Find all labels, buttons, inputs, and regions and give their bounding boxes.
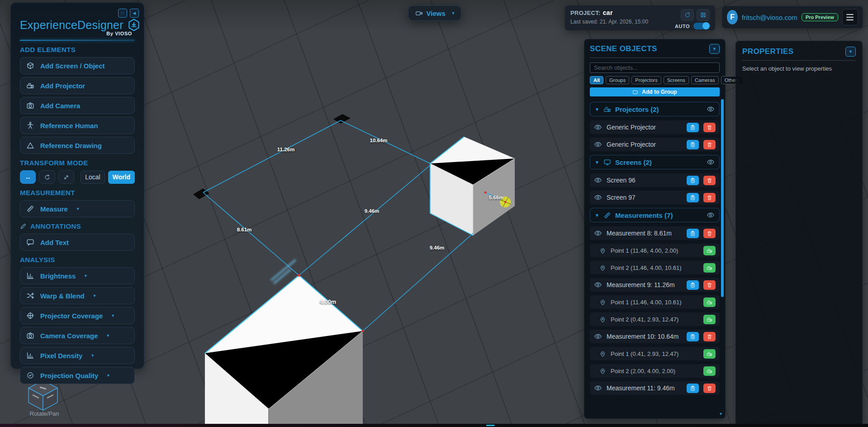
tree-row-measurement[interactable]: Measurement 10: 10.64m (590, 330, 720, 343)
collapse-panel-button[interactable]: ▼ (709, 44, 720, 54)
collapse-panel-button[interactable]: ▼ (845, 47, 856, 57)
add-to-group-button[interactable]: Add to Group (590, 87, 720, 96)
clipboard-button[interactable] (687, 332, 699, 341)
pixel-density-button[interactable]: Pixel Density ▾ (20, 347, 135, 364)
project-point-button[interactable] (703, 366, 716, 376)
add-projector-button[interactable]: Add Projector (20, 77, 135, 94)
tree-row-measurement[interactable]: Measurement 11: 9.46m (590, 381, 720, 395)
add-camera-button[interactable]: Add Camera (20, 97, 135, 114)
projector-icon (707, 299, 712, 305)
tree-row-point[interactable]: Point 2 (2.00, 4.00, 2.00) (590, 364, 720, 378)
brightness-button[interactable]: Brightness ▾ (20, 267, 135, 284)
visibility-eye-icon[interactable] (707, 105, 715, 113)
warp-blend-button[interactable]: Warp & Blend ▾ (20, 287, 135, 304)
visibility-eye-icon[interactable] (594, 123, 602, 131)
local-space-button[interactable]: Local (81, 171, 104, 184)
visibility-eye-icon[interactable] (594, 384, 602, 392)
world-space-button[interactable]: World (108, 171, 135, 184)
tree-scrollbar[interactable] (721, 99, 724, 297)
visibility-eye-icon[interactable] (707, 211, 715, 219)
tree-row-screen[interactable]: Screen 96 (590, 173, 720, 187)
rotate-mode-button[interactable] (39, 170, 55, 184)
tree-row-point[interactable]: Point 1 (11.46, 4.00, 2.00) (590, 244, 720, 257)
tree-row-point[interactable]: Point 1 (0.41, 2.93, 12.47) (590, 347, 720, 360)
save-project-button[interactable] (697, 9, 710, 21)
clipboard-button[interactable] (687, 176, 699, 185)
delete-button[interactable] (703, 384, 716, 393)
rotate-pan-gizmo[interactable] (28, 380, 57, 410)
translate-mode-button[interactable]: ↔ (20, 170, 36, 184)
scale-mode-button[interactable] (58, 170, 74, 184)
delete-button[interactable] (703, 280, 716, 290)
chevron-down-icon[interactable]: ▼ (595, 107, 599, 112)
reference-human-button[interactable]: Reference Human (20, 117, 135, 134)
autosave-toggle[interactable] (693, 23, 710, 29)
trash-icon (707, 385, 712, 391)
clipboard-icon (690, 178, 696, 183)
tree-row-measurement[interactable]: Measurement 8: 8.61m (590, 226, 720, 240)
measure-button[interactable]: Measure ▾ (20, 200, 135, 217)
filter-projectors[interactable]: Projectors (631, 76, 661, 84)
tree-row-point[interactable]: Point 2 (11.46, 4.00, 10.61) (590, 261, 720, 274)
scroll-down-indicator[interactable]: ▾ (720, 411, 722, 416)
hamburger-menu-button[interactable] (842, 9, 858, 25)
visibility-eye-icon[interactable] (594, 281, 602, 289)
visibility-eye-icon[interactable] (594, 176, 602, 184)
point-pin-icon (599, 247, 606, 254)
reference-drawing-button[interactable]: Reference Drawing (20, 137, 135, 154)
chevron-down-icon[interactable]: ▼ (595, 160, 599, 165)
delete-button[interactable] (703, 229, 716, 238)
add-text-button[interactable]: Add Text (20, 234, 135, 251)
clipboard-button[interactable] (687, 229, 699, 238)
screen-object-bottom[interactable] (205, 275, 363, 427)
filter-groups[interactable]: Groups (606, 76, 629, 84)
filter-screens[interactable]: Screens (664, 76, 689, 84)
clipboard-button[interactable] (687, 123, 699, 132)
delete-button[interactable] (703, 332, 716, 341)
project-point-button[interactable] (703, 263, 716, 273)
tree-row-screen[interactable]: Screen 97 (590, 191, 720, 204)
clipboard-button[interactable] (687, 140, 699, 149)
filter-cameras[interactable]: Cameras (691, 76, 719, 84)
chevron-down-icon[interactable]: ▼ (595, 213, 599, 218)
tree-row-measurement[interactable]: Measurement 9: 11.26m (590, 278, 720, 292)
tree-row-point[interactable]: Point 2 (0.41, 2.93, 12.47) (590, 312, 720, 326)
views-button[interactable]: Views ▾ (408, 5, 461, 21)
delete-button[interactable] (703, 176, 716, 185)
visibility-eye-icon[interactable] (594, 193, 602, 202)
visibility-eye-icon[interactable] (594, 332, 602, 341)
delete-button[interactable] (703, 140, 716, 149)
screen-object-right[interactable] (430, 137, 515, 235)
visibility-eye-icon[interactable] (594, 229, 602, 237)
visibility-eye-icon[interactable] (707, 158, 715, 166)
camera-coverage-button[interactable]: Camera Coverage ▾ (20, 327, 135, 344)
chevron-down-icon: ▾ (94, 293, 96, 298)
filter-all[interactable]: All (590, 76, 603, 84)
avatar[interactable]: F (727, 10, 738, 24)
visibility-eye-icon[interactable] (594, 140, 602, 149)
tools-sidebar: ∷ ◀ ExperienceDesigner By VIOSO ADD ELEM… (10, 2, 144, 369)
project-point-button[interactable] (703, 349, 716, 359)
project-point-button[interactable] (703, 315, 716, 324)
group-header-measurements[interactable]: ▼ Measurements (7) (590, 208, 720, 222)
project-point-button[interactable] (703, 297, 716, 307)
delete-button[interactable] (703, 123, 716, 132)
projector-object-top[interactable] (333, 114, 351, 124)
collapse-sidebar-icon[interactable]: ◀ (130, 9, 139, 18)
clipboard-button[interactable] (687, 193, 699, 202)
tree-row-point[interactable]: Point 1 (11.46, 4.00, 10.61) (590, 295, 720, 309)
clipboard-button[interactable] (687, 280, 699, 290)
clipboard-button[interactable] (687, 384, 699, 393)
add-screen-object-button[interactable]: Add Screen / Object (20, 57, 135, 74)
tree-row-projector[interactable]: Generic Projector (590, 120, 720, 134)
project-point-button[interactable] (703, 246, 716, 255)
delete-button[interactable] (703, 193, 716, 202)
projector-coverage-button[interactable]: Projector Coverage ▾ (20, 307, 135, 324)
group-header-projectors[interactable]: ▼ Projectors (2) (590, 102, 720, 116)
dock-grid-icon[interactable]: ∷ (118, 9, 127, 18)
reload-project-button[interactable] (681, 9, 694, 21)
tree-row-projector[interactable]: Generic Projector (590, 138, 720, 151)
projection-quality-button[interactable]: Projection Quality ▾ (20, 367, 135, 384)
group-header-screens[interactable]: ▼ Screens (2) (590, 155, 720, 169)
search-input[interactable] (590, 62, 720, 73)
